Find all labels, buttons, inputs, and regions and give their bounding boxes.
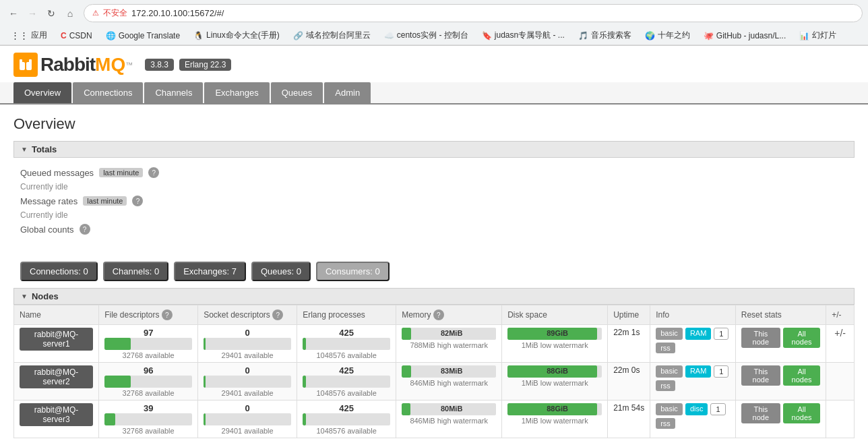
queued-messages-tag[interactable]: last minute — [99, 168, 143, 177]
aliyun-icon: 🔗 — [293, 31, 303, 40]
music-icon: 🎵 — [578, 31, 588, 40]
info-tag[interactable]: RAM — [685, 365, 711, 378]
disk-label: 1MiB low watermark — [507, 417, 602, 425]
info-tag[interactable]: 1 — [710, 403, 725, 415]
totals-triangle: ▼ — [21, 146, 28, 153]
erlang-bar — [303, 376, 390, 388]
col-memory: Memory ? — [396, 305, 502, 325]
all-nodes-button[interactable]: All nodes — [783, 365, 820, 386]
csdn-icon: C — [61, 31, 67, 40]
info-tag[interactable]: RAM — [685, 328, 711, 340]
socket-value: 0 — [204, 328, 291, 338]
node-name-button[interactable]: rabbit@MQ-server3 — [20, 403, 93, 426]
nodes-section: ▼ Nodes Name File descriptors ? Socket d… — [13, 288, 855, 438]
memory-cell: 83MiB 846MiB high watermark — [396, 363, 502, 400]
tab-overview[interactable]: Overview — [13, 82, 71, 103]
consumers-count[interactable]: Consumers: 0 — [316, 262, 390, 281]
bookmark-centos[interactable]: ☁️ centos实例 - 控制台 — [379, 28, 474, 42]
memory-label: 788MiB high watermark — [402, 341, 496, 349]
totals-header[interactable]: ▼ Totals — [13, 141, 855, 158]
socket-available: 29401 available — [204, 351, 291, 359]
info-tags: basicRAM1rss — [656, 365, 730, 391]
totals-section: ▼ Totals Queued messages last minute ? C… — [13, 141, 855, 244]
disk-bar: 89GiB — [507, 328, 602, 340]
security-label: 不安全 — [103, 7, 127, 19]
bookmark-slides[interactable]: 📊 幻灯片 — [794, 28, 842, 42]
disk-cell: 89GiB 1MiB low watermark — [502, 325, 608, 363]
node-name-button[interactable]: rabbit@MQ-server2 — [20, 365, 93, 388]
uptime-value: 22m 1s — [613, 328, 640, 337]
file-desc-available: 32768 available — [104, 351, 192, 359]
info-tag[interactable]: rss — [656, 343, 675, 353]
socket-desc-help[interactable]: ? — [272, 309, 283, 320]
page-title: Overview — [13, 115, 855, 133]
info-cell: basicdisc1rss — [650, 400, 736, 438]
node-name-button[interactable]: rabbit@MQ-server1 — [20, 328, 93, 351]
bookmark-decade[interactable]: 🌍 十年之约 — [640, 28, 695, 42]
back-button[interactable]: ← — [5, 5, 22, 22]
bookmark-github[interactable]: 🐙 GitHub - judasn/L... — [698, 30, 791, 42]
home-button[interactable]: ⌂ — [62, 5, 78, 22]
plus-minus-button[interactable]: +/- — [832, 328, 848, 338]
bookmark-csdn[interactable]: C CSDN — [55, 30, 98, 42]
all-nodes-button[interactable]: All nodes — [783, 403, 820, 423]
counts-row: Connections: 0 Channels: 0 Exchanges: 7 … — [13, 255, 855, 288]
info-tag[interactable]: 1 — [714, 365, 728, 378]
global-counts-help[interactable]: ? — [80, 224, 90, 235]
memory-bar: 80MiB — [402, 403, 496, 415]
bookmark-judasn[interactable]: 🔖 judasn专属导航 - ... — [476, 28, 570, 42]
node-name-cell: rabbit@MQ-server1 — [14, 325, 99, 363]
socket-desc-cell: 0 29401 available — [198, 363, 297, 400]
tab-connections[interactable]: Connections — [73, 82, 143, 103]
queues-count[interactable]: Queues: 0 — [251, 262, 311, 281]
bookmark-aliyun[interactable]: 🔗 域名控制台阿里云 — [288, 28, 376, 42]
info-tags: basicRAM1rss — [656, 328, 730, 353]
address-bar[interactable]: ⚠ 不安全 172.20.10.100:15672/#/ — [84, 4, 863, 22]
message-rates-tag[interactable]: last minute — [83, 196, 127, 206]
info-tag[interactable]: basic — [656, 328, 683, 340]
nodes-title: Nodes — [32, 291, 59, 301]
bookmark-linux[interactable]: 🐧 Linux命令大全(手册) — [188, 28, 285, 42]
this-node-button[interactable]: This node — [741, 365, 780, 386]
message-rates-help[interactable]: ? — [132, 196, 143, 206]
nodes-header[interactable]: ▼ Nodes — [13, 288, 855, 305]
disk-cell: 88GiB 1MiB low watermark — [502, 363, 608, 400]
col-file-desc: File descriptors ? — [99, 305, 198, 325]
file-desc-help[interactable]: ? — [162, 309, 173, 320]
logo-mq: MQ — [95, 54, 125, 76]
erlang-available: 1048576 available — [303, 389, 390, 397]
forward-button[interactable]: → — [24, 5, 40, 22]
memory-bar: 82MiB — [402, 328, 496, 340]
queued-messages-help[interactable]: ? — [148, 167, 159, 178]
connections-count[interactable]: Connections: 0 — [20, 262, 98, 281]
col-plusminus: +/- — [826, 305, 855, 325]
info-tag[interactable]: basic — [656, 403, 683, 415]
memory-label: 846MiB high watermark — [402, 417, 496, 425]
reload-button[interactable]: ↻ — [43, 5, 59, 22]
tab-exchanges[interactable]: Exchanges — [204, 82, 269, 103]
uptime-cell: 22m 0s — [608, 363, 650, 400]
erlang-available: 1048576 available — [303, 351, 390, 359]
erlang-value: 425 — [303, 328, 390, 338]
this-node-button[interactable]: This node — [741, 403, 780, 423]
bookmark-music[interactable]: 🎵 音乐搜索客 — [573, 28, 637, 42]
info-tag[interactable]: rss — [656, 418, 675, 429]
channels-count[interactable]: Channels: 0 — [103, 262, 168, 281]
translate-icon: 🌐 — [106, 31, 116, 40]
exchanges-count[interactable]: Exchanges: 7 — [174, 262, 246, 281]
socket-bar — [204, 376, 291, 388]
info-tag[interactable]: rss — [656, 380, 675, 391]
bookmark-google-translate[interactable]: 🌐 Google Translate — [100, 30, 185, 42]
this-node-button[interactable]: This node — [741, 328, 780, 348]
info-cell: basicRAM1rss — [650, 363, 736, 400]
memory-help[interactable]: ? — [433, 309, 444, 320]
socket-bar — [204, 338, 291, 350]
tab-admin[interactable]: Admin — [324, 82, 371, 103]
bookmark-apps[interactable]: ⋮⋮ 应用 — [5, 28, 53, 42]
info-tag[interactable]: 1 — [714, 328, 728, 340]
tab-channels[interactable]: Channels — [144, 82, 203, 103]
info-tag[interactable]: basic — [656, 365, 683, 378]
all-nodes-button[interactable]: All nodes — [783, 328, 820, 348]
tab-queues[interactable]: Queues — [271, 82, 323, 103]
info-tag[interactable]: disc — [685, 403, 708, 415]
